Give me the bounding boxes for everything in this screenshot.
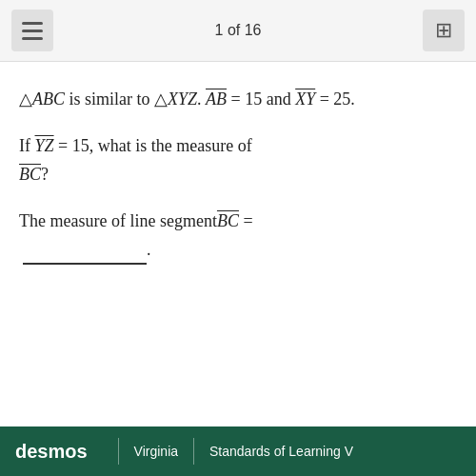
hamburger-line	[22, 30, 43, 32]
footer-standards: Standards of Learning V	[209, 444, 353, 459]
segment-bc-ans: BC	[217, 211, 239, 230]
paragraph1-text-d: = 25.	[315, 89, 355, 109]
hamburger-button[interactable]	[11, 10, 53, 51]
problem-paragraph-1: △ABC is similar to △XYZ. AB = 15 and XY …	[19, 85, 457, 114]
calculator-button[interactable]: ⊞	[423, 10, 465, 51]
answer-blank[interactable]	[23, 263, 147, 265]
triangle-xyz-label: XYZ	[168, 89, 197, 109]
segment-ab: AB	[206, 89, 227, 109]
paragraph1-text-c: = 15 and	[227, 89, 295, 109]
paragraph3-text-b: =	[239, 211, 253, 230]
paragraph3-text-a: The measure of line segment	[19, 211, 217, 230]
footer-region: Virginia	[134, 444, 178, 459]
segment-xy: XY	[295, 89, 315, 109]
main-content: △ABC is similar to △XYZ. AB = 15 and XY …	[0, 62, 476, 426]
hamburger-line	[22, 22, 43, 25]
footer: desmos Virginia Standards of Learning V	[0, 426, 476, 476]
footer-divider-1	[118, 438, 119, 465]
problem-paragraph-3: The measure of line segmentBC = .	[19, 207, 457, 265]
footer-divider-2	[193, 438, 194, 465]
paragraph1-text-a: is similar to △	[65, 89, 168, 109]
calculator-icon: ⊞	[435, 18, 452, 43]
problem-paragraph-2: If YZ = 15, what is the measure of BC?	[19, 131, 457, 189]
paragraph2-text-a: If	[19, 136, 35, 155]
hamburger-line	[22, 37, 43, 40]
segment-yz: YZ	[35, 136, 54, 155]
period: .	[147, 240, 151, 259]
triangle-symbol-1: △	[19, 89, 32, 109]
paragraph2-text-b: = 15, what is the measure of	[54, 136, 252, 155]
segment-bc-q: BC	[19, 165, 41, 184]
paragraph2-text-c: ?	[41, 165, 49, 184]
page-counter: 1 of 16	[215, 22, 262, 39]
header: 1 of 16 ⊞	[0, 0, 476, 62]
triangle-abc-label: ABC	[32, 89, 65, 109]
footer-brand: desmos	[15, 441, 88, 463]
paragraph1-text-b: .	[197, 89, 206, 109]
